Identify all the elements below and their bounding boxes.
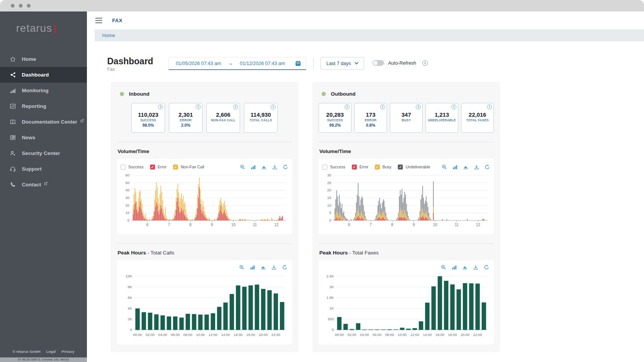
svg-text:0: 0 <box>130 328 132 332</box>
legend-item-error[interactable]: ✓Error <box>352 165 368 170</box>
area-chart-icon[interactable] <box>462 264 468 270</box>
legend-item-busy[interactable]: ✓Busy <box>375 165 391 170</box>
legal-link[interactable]: Legal <box>46 349 56 354</box>
checkbox-unchecked-icon[interactable] <box>322 165 327 170</box>
date-from-input[interactable]: 01/05/2026 07:43 am <box>176 61 221 66</box>
stat-label: TOTAL FAXES <box>461 118 494 122</box>
privacy-link[interactable]: Privacy <box>62 349 75 354</box>
checkbox-checked-icon[interactable]: ✓ <box>398 165 403 170</box>
download-icon[interactable] <box>473 264 479 270</box>
date-range-field[interactable]: 01/05/2026 07:43 am → 01/12/2026 07:43 a… <box>168 57 306 70</box>
legend-item-success[interactable]: Success <box>322 165 345 170</box>
download-icon[interactable] <box>272 164 278 170</box>
inbound-peak-chart[interactable]: 02K4K6K8K10K00:0002:0004:0006:0008:0010:… <box>121 273 288 339</box>
date-range-arrow: → <box>228 60 233 66</box>
window-control-dot[interactable] <box>27 4 31 8</box>
date-to-input[interactable]: 01/12/2026 07:43 am <box>240 61 285 66</box>
stat-value: 347 <box>390 111 422 118</box>
info-icon[interactable]: i <box>158 104 163 109</box>
checkbox-unchecked-icon[interactable] <box>121 165 126 170</box>
refresh-icon[interactable] <box>484 164 490 170</box>
window-control-dot[interactable] <box>11 4 15 8</box>
page-title: Dashboard <box>107 57 153 66</box>
info-icon[interactable]: i <box>487 104 492 109</box>
sidebar-footer: © retarus GmbH Legal Privacy <box>0 349 87 354</box>
sidebar-item-monitoring[interactable]: Monitoring <box>0 83 87 98</box>
outbound-peak-chart[interactable]: 05001K1.5K2K2.5K00:0002:0004:0006:0008:0… <box>322 273 490 339</box>
sidebar-item-reporting[interactable]: Reporting <box>0 98 87 114</box>
checkbox-checked-icon[interactable]: ✓ <box>173 165 178 170</box>
stat-label: BUSY <box>390 118 422 122</box>
outbound-volume-legend: Success✓Error✓Busy✓Undeliverable <box>322 165 437 170</box>
stat-value: 114,930 <box>244 111 277 118</box>
auto-refresh-label: Auto-Refresh <box>388 60 416 66</box>
legend-item-error[interactable]: ✓Error <box>150 165 167 170</box>
chevron-down-icon <box>355 62 358 65</box>
svg-text:16:00: 16:00 <box>435 333 444 337</box>
sidebar-item-label: Support <box>22 166 42 172</box>
bar-chart-icon[interactable] <box>452 164 458 170</box>
auto-refresh-toggle[interactable] <box>373 60 384 66</box>
svg-text:11: 11 <box>454 223 459 227</box>
inbound-panel: Inbound i110,023SUCCESS98.0%i2,301ERROR2… <box>111 82 298 352</box>
area-chart-icon[interactable] <box>463 164 469 170</box>
sidebar-item-support[interactable]: Support <box>0 161 87 177</box>
window-control-dot[interactable] <box>19 4 23 8</box>
stat-card-total-calls: i114,930TOTAL CALLS <box>244 103 278 133</box>
info-icon[interactable]: i <box>233 104 238 109</box>
svg-text:08:00: 08:00 <box>183 333 192 337</box>
sidebar-item-home[interactable]: Home <box>0 51 87 67</box>
stat-card-success: i20,283SUCCESS99.2% <box>319 103 351 133</box>
area-chart-icon[interactable] <box>261 164 267 170</box>
inbound-volume-chart[interactable]: 01020304050606789101112 <box>121 171 288 229</box>
sidebar-item-label: Security Center <box>22 150 60 156</box>
legend-label: Non-Fax Call <box>181 165 204 169</box>
zoom-in-icon[interactable] <box>441 264 446 270</box>
sidebar-item-label: Monitoring <box>22 88 49 93</box>
zoom-in-icon[interactable] <box>239 264 245 270</box>
checkbox-checked-icon[interactable]: ✓ <box>352 165 357 170</box>
bar-chart-icon[interactable] <box>250 164 256 170</box>
sidebar-item-news[interactable]: News <box>0 130 87 145</box>
zoom-in-icon[interactable] <box>441 164 447 170</box>
checkbox-checked-icon[interactable]: ✓ <box>375 165 380 170</box>
info-icon[interactable]: i <box>422 60 428 66</box>
bar-chart-icon[interactable] <box>250 264 255 270</box>
info-icon[interactable]: i <box>451 104 456 109</box>
outbound-peak-chart-card: 05001K1.5K2K2.5K00:0002:0004:0006:0008:0… <box>319 260 494 344</box>
calendar-icon[interactable] <box>295 60 301 67</box>
stat-label: SUCCESS <box>132 118 165 122</box>
legend-item-success[interactable]: Success <box>121 165 144 170</box>
stat-value: 2,301 <box>169 111 202 118</box>
download-icon[interactable] <box>271 264 277 270</box>
sidebar-item-documentation-center[interactable]: Documentation Center <box>0 114 87 130</box>
sidebar-item-dashboard[interactable]: Dashboard <box>0 67 87 83</box>
legend-item-non-fax-call[interactable]: ✓Non-Fax Call <box>173 165 204 170</box>
zoom-in-icon[interactable] <box>240 164 245 170</box>
outbound-status-dot <box>322 92 326 96</box>
refresh-icon[interactable] <box>484 264 489 270</box>
refresh-icon[interactable] <box>283 164 288 170</box>
legend-item-undeliverable[interactable]: ✓Undeliverable <box>398 165 430 170</box>
info-icon[interactable]: i <box>196 104 201 109</box>
download-icon[interactable] <box>474 164 479 170</box>
checkbox-checked-icon[interactable]: ✓ <box>150 165 155 170</box>
outbound-volume-chart[interactable]: 0510152025306789101112 <box>322 171 490 229</box>
stat-card-error: i173ERROR0.8% <box>354 103 387 133</box>
bar-chart-icon[interactable] <box>451 264 457 270</box>
breadcrumb: Home <box>95 29 644 41</box>
info-icon[interactable]: i <box>416 104 421 109</box>
sidebar-item-contact[interactable]: Contact <box>0 177 87 192</box>
breadcrumb-home-link[interactable]: Home <box>102 33 115 38</box>
hamburger-menu-icon[interactable] <box>95 18 102 23</box>
info-icon[interactable]: i <box>345 104 350 109</box>
refresh-icon[interactable] <box>282 264 288 270</box>
info-icon[interactable]: i <box>380 104 385 109</box>
area-chart-icon[interactable] <box>260 264 266 270</box>
info-icon[interactable]: i <box>271 104 276 109</box>
svg-text:12:00: 12:00 <box>209 333 217 337</box>
sidebar-item-security-center[interactable]: Security Center <box>0 145 87 161</box>
page-subtitle: Fax <box>107 67 153 72</box>
svg-text:40: 40 <box>125 188 129 192</box>
time-range-dropdown[interactable]: Last 7 days <box>320 57 364 70</box>
